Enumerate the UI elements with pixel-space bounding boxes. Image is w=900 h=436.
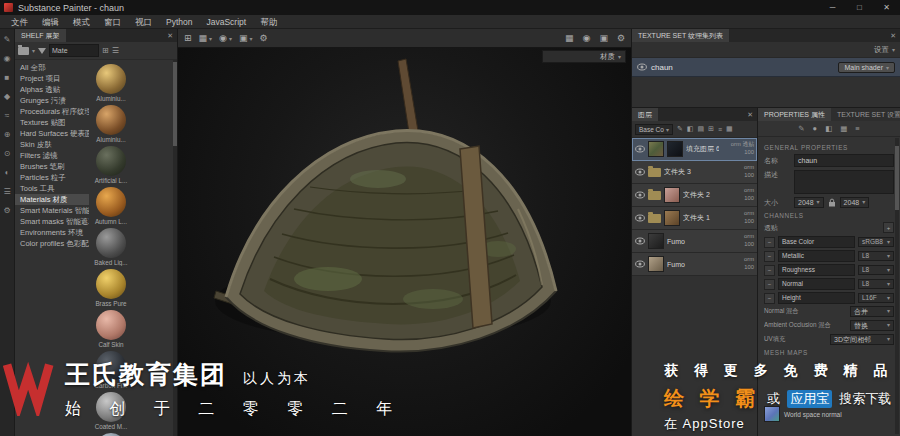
- category-grunges[interactable]: Grunges 污渍: [15, 95, 89, 106]
- edit-icon[interactable]: ✎: [798, 124, 804, 133]
- add-effect-icon[interactable]: ▤: [697, 125, 704, 133]
- category-textures[interactable]: Textures 贴图: [15, 117, 89, 128]
- viewport-3d[interactable]: ⊞ ▦▾ ◉▾ ▣▾ ⚙ ▦ ◉ ▣ ⚙ 材质 ▾: [178, 29, 632, 436]
- category-project[interactable]: Project 项目: [15, 73, 89, 84]
- shelf-grid-view-icon[interactable]: ⊞: [102, 46, 109, 55]
- ao-mixing-dropdown[interactable]: 替换▾: [850, 320, 894, 331]
- layer-opacity[interactable]: 100: [722, 264, 754, 272]
- add-mask-icon[interactable]: ◧: [687, 125, 694, 133]
- shelf-scrollbar-thumb[interactable]: [173, 62, 177, 146]
- menu-javascript[interactable]: JavaScript: [199, 15, 253, 29]
- close-button[interactable]: ✕: [873, 0, 900, 15]
- properties-scrollbar-thumb[interactable]: [895, 146, 899, 210]
- category-brushes[interactable]: Brushes 笔刷: [15, 161, 89, 172]
- path-tool-icon[interactable]: ☰: [3, 187, 10, 196]
- viewport-settings-icon[interactable]: ⚙: [617, 33, 625, 43]
- display-settings-icon[interactable]: ▦: [565, 33, 574, 43]
- camera-mode-dropdown[interactable]: ▦▾: [199, 33, 213, 43]
- category-skin[interactable]: Skin 皮肤: [15, 139, 89, 150]
- material-item[interactable]: Artificial L...: [92, 146, 130, 184]
- category-color-profiles[interactable]: Color profiles 色彩配置文件: [15, 238, 89, 249]
- category-materials[interactable]: Materials 材质: [15, 194, 89, 205]
- category-smart-masks[interactable]: Smart masks 智能遮罩: [15, 216, 89, 227]
- visibility-eye-icon[interactable]: [635, 191, 645, 199]
- polygon-fill-tool-icon[interactable]: ◆: [4, 92, 10, 101]
- material-item[interactable]: Baked Lig...: [92, 228, 130, 266]
- layer-menu-icon[interactable]: ▦: [726, 125, 733, 133]
- menu-edit[interactable]: 编辑: [35, 15, 66, 29]
- layer-opacity[interactable]: 100: [722, 195, 754, 203]
- channel-format-dropdown[interactable]: L16F▾: [858, 293, 894, 303]
- size-dropdown[interactable]: 2048▾: [794, 197, 824, 208]
- shelf-tab[interactable]: SHELF 展架: [15, 29, 66, 42]
- description-field[interactable]: [794, 170, 894, 194]
- category-tools[interactable]: Tools 工具: [15, 183, 89, 194]
- channel-filter-dropdown[interactable]: Base Co ▾: [635, 124, 673, 135]
- menu-help[interactable]: 帮助: [253, 15, 284, 29]
- clone-tool-icon[interactable]: ⊕: [4, 130, 11, 139]
- channel-format-dropdown[interactable]: L8▾: [858, 279, 894, 289]
- layers-close-icon[interactable]: ✕: [743, 111, 757, 119]
- shelf-scrollbar[interactable]: [173, 60, 177, 436]
- name-field[interactable]: chaun: [794, 154, 894, 167]
- grid-icon[interactable]: ▦: [840, 124, 847, 133]
- layer-row-folder-1[interactable]: 文件夹 1 orm 100: [632, 207, 757, 230]
- layer-row-fill-layer-6[interactable]: 填充图层 6 orm 透贴 100: [632, 138, 757, 161]
- paint-tool-icon[interactable]: ✎: [4, 35, 11, 44]
- category-all[interactable]: All 全部: [15, 62, 89, 73]
- symmetry-toggle-icon[interactable]: ⚙: [259, 33, 267, 43]
- layer-row-fumo-1[interactable]: Fumo orm 100: [632, 230, 757, 253]
- pencil-icon[interactable]: ✎: [677, 125, 683, 133]
- channel-format-dropdown[interactable]: L8▾: [858, 251, 894, 261]
- material-picker-tool-icon[interactable]: ⊙: [4, 149, 11, 158]
- material-item[interactable]: Calf Skin: [92, 310, 130, 348]
- texture-set-row[interactable]: chaun Main shader ▾: [632, 58, 900, 77]
- layer-opacity[interactable]: 100: [722, 218, 754, 226]
- texture-set-close-icon[interactable]: ✕: [886, 32, 900, 40]
- material-item[interactable]: Brass Pure: [92, 269, 130, 307]
- tab-properties[interactable]: PROPERTIES 属性: [758, 108, 831, 121]
- material-icon[interactable]: ●: [813, 124, 818, 133]
- material-item[interactable]: Coated M...: [92, 392, 130, 430]
- viewport-grid-icon[interactable]: ⊞: [184, 33, 192, 43]
- properties-scrollbar[interactable]: [895, 138, 899, 434]
- visibility-eye-icon[interactable]: [635, 214, 645, 222]
- menu-python[interactable]: Python: [159, 15, 199, 29]
- layer-row-folder-3[interactable]: 文件夹 3 orm 100: [632, 161, 757, 184]
- layer-opacity[interactable]: 100: [722, 149, 754, 157]
- smudge-tool-icon[interactable]: ≈: [5, 111, 9, 120]
- category-alphas[interactable]: Alphas 透贴: [15, 84, 89, 95]
- minimize-button[interactable]: ─: [819, 0, 846, 15]
- list-icon[interactable]: ≡: [855, 124, 859, 133]
- remove-channel-icon[interactable]: −: [764, 251, 775, 262]
- shelf-search-input[interactable]: [49, 44, 99, 57]
- channel-format-dropdown[interactable]: sRGB8▾: [858, 237, 894, 247]
- eraser-tool-icon[interactable]: ◉: [4, 54, 11, 63]
- uv-padding-dropdown[interactable]: 3D空间相邻▾: [830, 334, 894, 345]
- mask-icon[interactable]: ◧: [825, 124, 832, 133]
- layer-row-folder-2[interactable]: 文件夹 2 orm 100: [632, 184, 757, 207]
- layer-opacity[interactable]: 100: [722, 241, 754, 249]
- material-item[interactable]: Carbon Fi...: [92, 351, 130, 389]
- material-item[interactable]: Aluminiu...: [92, 105, 130, 143]
- menu-mode[interactable]: 模式: [66, 15, 97, 29]
- category-hard-surfaces[interactable]: Hard Surfaces 硬表面: [15, 128, 89, 139]
- shelf-folder-chevron-icon[interactable]: ▾: [32, 47, 35, 54]
- add-layer-icon[interactable]: ⊞: [708, 125, 714, 133]
- remove-channel-icon[interactable]: −: [764, 265, 775, 276]
- tab-texture-set-settings[interactable]: TEXTURE SET 设置: [831, 108, 900, 121]
- visibility-eye-icon[interactable]: [635, 237, 645, 245]
- remove-channel-icon[interactable]: −: [764, 293, 775, 304]
- category-particles[interactable]: Particles 粒子: [15, 172, 89, 183]
- render-mode-icon[interactable]: ▣: [599, 33, 608, 43]
- channel-format-dropdown[interactable]: L8▾: [858, 265, 894, 275]
- menu-viewport[interactable]: 视口: [128, 15, 159, 29]
- shelf-list-view-icon[interactable]: ☰: [112, 46, 119, 55]
- normal-mixing-dropdown[interactable]: 合并▾: [850, 306, 894, 317]
- visibility-eye-icon[interactable]: [635, 168, 645, 176]
- viewport-display-mode-dropdown[interactable]: 材质 ▾: [542, 50, 626, 63]
- rotation-snap-dropdown[interactable]: ▣▾: [239, 33, 253, 43]
- menu-window[interactable]: 窗口: [97, 15, 128, 29]
- material-item[interactable]: Aluminiu...: [92, 64, 130, 102]
- boat-3d-model[interactable]: [178, 29, 632, 436]
